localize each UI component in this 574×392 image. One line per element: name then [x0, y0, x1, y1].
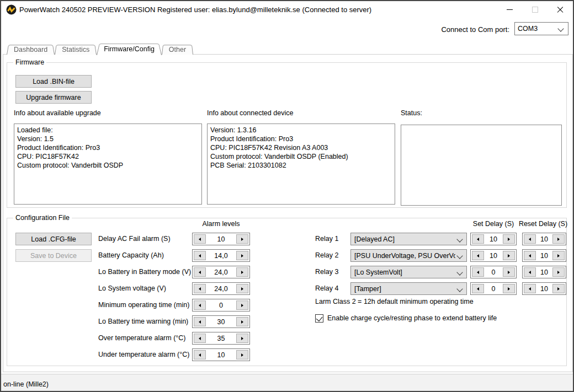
title-bar: PowerWatch 240502 PREVIEW-VERSION Regist… — [1, 1, 573, 18]
load-bin-file-button[interactable]: Load .BIN-file — [15, 75, 92, 88]
spin-decrement-button[interactable] — [472, 251, 484, 260]
relay-function-select[interactable]: [Lo SystemVolt] — [350, 266, 467, 278]
tab-firmware-config[interactable]: Firmware/Config — [97, 42, 162, 55]
set-delay-spinner: 0 — [470, 282, 517, 295]
reset-delay-header: Reset Delay (S) — [518, 220, 568, 228]
set-delay-spinner: 10 — [470, 249, 517, 262]
tab-statistics[interactable]: Statistics — [55, 44, 97, 55]
app-icon — [6, 4, 17, 15]
charge-cycle-checkbox-label: Enable charge cycle/resting phase to ext… — [327, 314, 497, 322]
close-button[interactable] — [548, 1, 573, 18]
connected-device-textbox[interactable]: Version: 1.3.16 Product Identification: … — [207, 123, 395, 205]
maximize-button[interactable] — [522, 1, 548, 18]
status-textbox[interactable] — [401, 125, 562, 206]
alarm-value[interactable]: 35 — [207, 332, 235, 344]
arrow-left-icon — [529, 287, 531, 291]
reset-delay-value[interactable]: 10 — [537, 283, 551, 294]
connection-status-text: on-line (Mille2) — [3, 380, 49, 388]
tab-strip: Dashboard Statistics Firmware/Config Oth… — [7, 42, 193, 55]
reset-delay-value[interactable]: 10 — [537, 233, 551, 245]
spin-increment-button[interactable] — [552, 251, 565, 260]
arrow-left-icon — [477, 238, 479, 241]
arrow-left-icon — [199, 337, 201, 340]
reset-delay-spinner: 10 — [522, 249, 566, 262]
spin-increment-button[interactable] — [236, 300, 248, 310]
spin-decrement-button[interactable] — [194, 334, 206, 343]
relay-function-select[interactable]: [Delayed AC] — [350, 233, 467, 245]
spin-decrement-button[interactable] — [194, 300, 206, 310]
spin-increment-button[interactable] — [503, 251, 515, 260]
arrow-right-icon — [508, 254, 510, 257]
minimize-button[interactable] — [497, 1, 522, 18]
spin-increment-button[interactable] — [236, 317, 248, 326]
arrow-right-icon — [557, 287, 560, 291]
relay-function-value: [Delayed AC] — [354, 235, 455, 243]
connected-device-label: Info about connected device — [207, 109, 293, 117]
set-delay-value[interactable]: 10 — [485, 233, 502, 245]
tab-label: Dashboard — [14, 46, 47, 53]
arrow-right-icon — [557, 238, 560, 241]
set-delay-value[interactable]: 0 — [485, 283, 502, 294]
spin-decrement-button[interactable] — [524, 284, 536, 293]
configuration-file-group: Configuration File Load .CFG-file Save t… — [7, 218, 567, 366]
configuration-file-group-label: Configuration File — [13, 214, 72, 222]
spin-decrement-button[interactable] — [524, 251, 536, 260]
arrow-right-icon — [508, 287, 510, 291]
com-port-select[interactable]: COM3 — [514, 22, 568, 35]
larm-class-note: Larm Class 2 = 12h default minimum opera… — [315, 298, 474, 305]
upgrade-firmware-button[interactable]: Upgrade firmware — [15, 91, 92, 104]
spin-increment-button[interactable] — [552, 267, 565, 277]
available-upgrade-label: Info about available upgrade — [14, 109, 101, 117]
set-delay-spinner: 0 — [470, 266, 517, 278]
arrow-right-icon — [508, 271, 510, 274]
alarm-spinner: 0 — [192, 299, 250, 312]
relay-function-value: [Lo SystemVolt] — [354, 269, 455, 276]
spin-decrement-button[interactable] — [524, 267, 536, 277]
status-bar: on-line (Mille2) — [1, 374, 573, 391]
app-window: PowerWatch 240502 PREVIEW-VERSION Regist… — [0, 0, 574, 392]
relay-row: Relay 4 [Tamper] 0 10 — [7, 282, 566, 295]
reset-delay-value[interactable]: 10 — [537, 266, 551, 278]
minimize-icon — [507, 9, 513, 10]
tab-label: Other — [169, 46, 186, 53]
spin-decrement-button[interactable] — [472, 267, 484, 277]
arrow-left-icon — [477, 271, 479, 274]
arrow-left-icon — [529, 271, 531, 274]
set-delay-value[interactable]: 0 — [485, 266, 502, 278]
arrow-right-icon — [557, 271, 560, 274]
arrow-left-icon — [477, 254, 479, 257]
spin-increment-button[interactable] — [552, 234, 565, 244]
tab-label: Statistics — [62, 46, 89, 53]
spin-increment-button[interactable] — [236, 334, 248, 343]
tab-dashboard[interactable]: Dashboard — [7, 44, 55, 55]
spin-increment-button[interactable] — [503, 284, 515, 293]
reset-delay-value[interactable]: 10 — [537, 250, 551, 261]
alarm-value[interactable]: 10 — [207, 349, 235, 361]
alarm-value[interactable]: 0 — [207, 299, 235, 311]
spin-decrement-button[interactable] — [472, 234, 484, 244]
set-delay-value[interactable]: 10 — [485, 250, 502, 261]
spin-decrement-button[interactable] — [194, 317, 206, 326]
charge-cycle-checkbox[interactable] — [315, 314, 323, 323]
firmware-group-label: Firmware — [13, 58, 46, 66]
chevron-down-icon — [456, 286, 463, 292]
spin-increment-button[interactable] — [503, 267, 515, 277]
spin-decrement-button[interactable] — [472, 284, 484, 293]
arrow-right-icon — [241, 304, 243, 307]
tab-other[interactable]: Other — [162, 44, 193, 55]
relay-function-select[interactable]: [Tamper] — [350, 282, 467, 295]
spin-increment-button[interactable] — [236, 350, 248, 359]
available-upgrade-textbox[interactable]: Loaded file: Version: 1.5 Product Identi… — [14, 123, 202, 205]
close-icon — [557, 7, 564, 13]
arrow-left-icon — [199, 353, 201, 357]
alarm-label: Lo Battery time warning (min) — [98, 315, 188, 328]
relay-label: Relay 4 — [315, 282, 338, 295]
spin-decrement-button[interactable] — [524, 234, 536, 244]
alarm-label: Under temperature alarm (°C) — [98, 348, 189, 361]
relay-function-value: [PSU UnderVoltage, PSU OverVolta — [354, 252, 455, 260]
alarm-value[interactable]: 30 — [207, 316, 235, 327]
spin-increment-button[interactable] — [503, 234, 515, 244]
relay-function-select[interactable]: [PSU UnderVoltage, PSU OverVolta — [350, 249, 467, 262]
spin-increment-button[interactable] — [552, 284, 565, 293]
spin-decrement-button[interactable] — [194, 350, 206, 359]
